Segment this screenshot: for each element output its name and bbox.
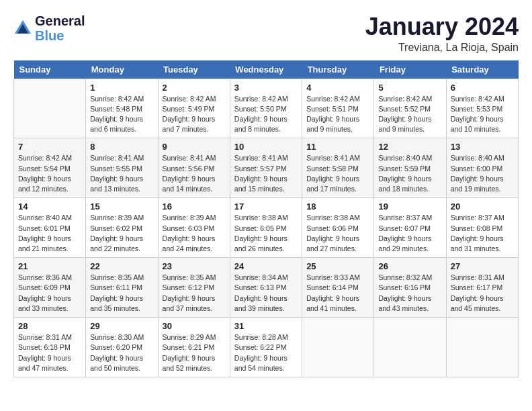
calendar-cell: 27Sunrise: 8:31 AMSunset: 6:17 PMDayligh…: [446, 258, 518, 318]
calendar-week-row: 21Sunrise: 8:36 AMSunset: 6:09 PMDayligh…: [14, 258, 519, 318]
day-info: Sunrise: 8:42 AMSunset: 5:54 PMDaylight:…: [18, 153, 81, 194]
day-number: 12: [378, 142, 441, 152]
calendar-cell: 15Sunrise: 8:39 AMSunset: 6:02 PMDayligh…: [86, 198, 158, 258]
location: Treviana, La Rioja, Spain: [365, 42, 519, 54]
day-info: Sunrise: 8:42 AMSunset: 5:53 PMDaylight:…: [451, 94, 514, 135]
day-info: Sunrise: 8:41 AMSunset: 5:58 PMDaylight:…: [306, 153, 369, 194]
day-number: 24: [234, 261, 298, 271]
day-number: 18: [306, 201, 369, 212]
calendar-cell: 21Sunrise: 8:36 AMSunset: 6:09 PMDayligh…: [14, 258, 86, 318]
day-info: Sunrise: 8:32 AMSunset: 6:16 PMDaylight:…: [378, 273, 441, 314]
calendar-cell: 26Sunrise: 8:32 AMSunset: 6:16 PMDayligh…: [374, 258, 446, 318]
calendar-cell: [374, 318, 446, 377]
day-number: 14: [18, 201, 81, 212]
day-number: 26: [378, 261, 441, 271]
day-info: Sunrise: 8:30 AMSunset: 6:20 PMDaylight:…: [90, 332, 153, 373]
day-info: Sunrise: 8:38 AMSunset: 6:05 PMDaylight:…: [234, 213, 298, 254]
day-info: Sunrise: 8:35 AMSunset: 6:12 PMDaylight:…: [163, 273, 226, 314]
calendar-cell: 18Sunrise: 8:38 AMSunset: 6:06 PMDayligh…: [302, 198, 374, 258]
calendar-cell: 30Sunrise: 8:29 AMSunset: 6:21 PMDayligh…: [158, 318, 230, 377]
title-section: January 2024 Treviana, La Rioja, Spain: [365, 13, 519, 54]
calendar-cell: 12Sunrise: 8:40 AMSunset: 5:59 PMDayligh…: [374, 138, 446, 198]
day-number: 4: [306, 83, 369, 93]
day-info: Sunrise: 8:31 AMSunset: 6:17 PMDaylight:…: [451, 273, 514, 314]
day-number: 1: [90, 83, 153, 93]
day-number: 7: [18, 142, 81, 152]
weekday-header-saturday: Saturday: [446, 60, 518, 79]
day-number: 30: [163, 321, 226, 331]
logo-text: General Blue: [35, 13, 85, 43]
day-info: Sunrise: 8:41 AMSunset: 5:56 PMDaylight:…: [163, 153, 226, 194]
day-info: Sunrise: 8:28 AMSunset: 6:22 PMDaylight:…: [234, 332, 298, 373]
day-number: 31: [234, 321, 298, 331]
calendar-cell: 10Sunrise: 8:41 AMSunset: 5:57 PMDayligh…: [230, 138, 302, 198]
day-info: Sunrise: 8:40 AMSunset: 6:00 PMDaylight:…: [451, 153, 514, 194]
day-number: 9: [163, 142, 226, 152]
day-info: Sunrise: 8:37 AMSunset: 6:07 PMDaylight:…: [378, 213, 441, 254]
day-number: 13: [451, 142, 514, 152]
day-number: 28: [18, 321, 81, 331]
calendar-cell: 14Sunrise: 8:40 AMSunset: 6:01 PMDayligh…: [14, 198, 86, 258]
day-info: Sunrise: 8:41 AMSunset: 5:55 PMDaylight:…: [90, 153, 153, 194]
calendar-cell: 20Sunrise: 8:37 AMSunset: 6:08 PMDayligh…: [446, 198, 518, 258]
day-number: 21: [18, 261, 81, 271]
calendar-cell: 7Sunrise: 8:42 AMSunset: 5:54 PMDaylight…: [14, 138, 86, 198]
month-title: January 2024: [365, 13, 519, 40]
day-info: Sunrise: 8:36 AMSunset: 6:09 PMDaylight:…: [18, 273, 81, 314]
day-number: 3: [234, 83, 298, 93]
weekday-header-monday: Monday: [86, 60, 158, 79]
day-info: Sunrise: 8:40 AMSunset: 5:59 PMDaylight:…: [378, 153, 441, 194]
day-info: Sunrise: 8:37 AMSunset: 6:08 PMDaylight:…: [451, 213, 514, 254]
calendar-cell: 28Sunrise: 8:31 AMSunset: 6:18 PMDayligh…: [14, 318, 86, 377]
logo: General Blue: [13, 13, 85, 43]
calendar-week-row: 1Sunrise: 8:42 AMSunset: 5:48 PMDaylight…: [14, 79, 519, 138]
day-number: 19: [378, 201, 441, 212]
calendar-cell: 29Sunrise: 8:30 AMSunset: 6:20 PMDayligh…: [86, 318, 158, 377]
weekday-header-sunday: Sunday: [14, 60, 86, 79]
day-number: 25: [306, 261, 369, 271]
day-number: 6: [451, 83, 514, 93]
calendar-cell: 5Sunrise: 8:42 AMSunset: 5:52 PMDaylight…: [374, 79, 446, 138]
day-info: Sunrise: 8:41 AMSunset: 5:57 PMDaylight:…: [234, 153, 298, 194]
calendar-table: SundayMondayTuesdayWednesdayThursdayFrid…: [13, 60, 519, 377]
day-number: 5: [378, 83, 441, 93]
calendar-cell: 13Sunrise: 8:40 AMSunset: 6:00 PMDayligh…: [446, 138, 518, 198]
calendar-cell: 11Sunrise: 8:41 AMSunset: 5:58 PMDayligh…: [302, 138, 374, 198]
day-number: 27: [451, 261, 514, 271]
day-info: Sunrise: 8:35 AMSunset: 6:11 PMDaylight:…: [90, 273, 153, 314]
calendar-week-row: 28Sunrise: 8:31 AMSunset: 6:18 PMDayligh…: [14, 318, 519, 377]
weekday-header-thursday: Thursday: [302, 60, 374, 79]
day-number: 8: [90, 142, 153, 152]
day-info: Sunrise: 8:42 AMSunset: 5:48 PMDaylight:…: [90, 94, 153, 135]
day-info: Sunrise: 8:38 AMSunset: 6:06 PMDaylight:…: [306, 213, 369, 254]
day-info: Sunrise: 8:42 AMSunset: 5:51 PMDaylight:…: [306, 94, 369, 135]
calendar-cell: 3Sunrise: 8:42 AMSunset: 5:50 PMDaylight…: [230, 79, 302, 138]
calendar-cell: 19Sunrise: 8:37 AMSunset: 6:07 PMDayligh…: [374, 198, 446, 258]
calendar-week-row: 7Sunrise: 8:42 AMSunset: 5:54 PMDaylight…: [14, 138, 519, 198]
calendar-cell: 31Sunrise: 8:28 AMSunset: 6:22 PMDayligh…: [230, 318, 302, 377]
calendar-cell: 24Sunrise: 8:34 AMSunset: 6:13 PMDayligh…: [230, 258, 302, 318]
page-header: General Blue January 2024 Treviana, La R…: [13, 13, 519, 54]
calendar-cell: 25Sunrise: 8:33 AMSunset: 6:14 PMDayligh…: [302, 258, 374, 318]
calendar-cell: 6Sunrise: 8:42 AMSunset: 5:53 PMDaylight…: [446, 79, 518, 138]
day-info: Sunrise: 8:42 AMSunset: 5:49 PMDaylight:…: [163, 94, 226, 135]
calendar-cell: 2Sunrise: 8:42 AMSunset: 5:49 PMDaylight…: [158, 79, 230, 138]
day-number: 10: [234, 142, 298, 152]
day-number: 15: [90, 201, 153, 212]
day-number: 17: [234, 201, 298, 212]
calendar-cell: 16Sunrise: 8:39 AMSunset: 6:03 PMDayligh…: [158, 198, 230, 258]
calendar-cell: [302, 318, 374, 377]
weekday-header-friday: Friday: [374, 60, 446, 79]
day-info: Sunrise: 8:29 AMSunset: 6:21 PMDaylight:…: [163, 332, 226, 373]
day-info: Sunrise: 8:31 AMSunset: 6:18 PMDaylight:…: [18, 332, 81, 373]
weekday-header-row: SundayMondayTuesdayWednesdayThursdayFrid…: [14, 60, 519, 79]
calendar-cell: 9Sunrise: 8:41 AMSunset: 5:56 PMDaylight…: [158, 138, 230, 198]
day-number: 29: [90, 321, 153, 331]
day-number: 16: [163, 201, 226, 212]
day-info: Sunrise: 8:34 AMSunset: 6:13 PMDaylight:…: [234, 273, 298, 314]
weekday-header-wednesday: Wednesday: [230, 60, 302, 79]
weekday-header-tuesday: Tuesday: [158, 60, 230, 79]
day-info: Sunrise: 8:33 AMSunset: 6:14 PMDaylight:…: [306, 273, 369, 314]
day-info: Sunrise: 8:40 AMSunset: 6:01 PMDaylight:…: [18, 213, 81, 254]
day-info: Sunrise: 8:42 AMSunset: 5:50 PMDaylight:…: [234, 94, 298, 135]
